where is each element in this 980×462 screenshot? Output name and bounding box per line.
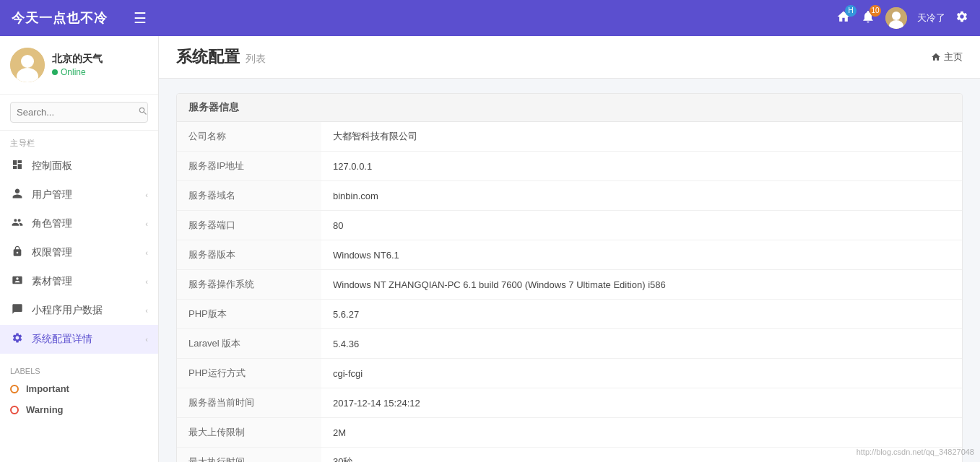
warning-dot xyxy=(10,406,19,414)
sidebar-item-perm-mgmt[interactable]: 权限管理 ‹ xyxy=(0,238,158,267)
role-mgmt-arrow-icon: ‹ xyxy=(145,219,148,228)
mini-data-arrow-icon: ‹ xyxy=(145,306,148,315)
important-dot xyxy=(10,385,19,393)
user-mgmt-label: 用户管理 xyxy=(32,188,145,201)
row-value: 80 xyxy=(321,211,962,240)
avatar xyxy=(10,48,45,82)
page-subtitle: 列表 xyxy=(246,53,266,66)
table-row: 服务器版本 Windows NT6.1 xyxy=(177,240,962,270)
row-label: 公司名称 xyxy=(177,122,321,152)
info-table: 公司名称 大都智科技有限公司 服务器IP地址 127.0.0.1 服务器域名 b… xyxy=(177,122,962,462)
mini-data-icon xyxy=(10,303,25,318)
sidebar-item-material-mgmt[interactable]: 素材管理 ‹ xyxy=(0,267,158,296)
settings-nav-button[interactable] xyxy=(955,10,968,27)
search-icon xyxy=(138,106,148,118)
brand-title: 今天一点也不冷 xyxy=(12,9,108,27)
dashboard-icon xyxy=(10,159,25,173)
home-nav-button[interactable]: H xyxy=(836,9,851,27)
labels-section-label: LABELS xyxy=(0,361,158,378)
role-mgmt-icon xyxy=(10,217,25,231)
navbar-left: 今天一点也不冷 ☰ xyxy=(12,9,147,27)
important-label: Important xyxy=(26,383,69,394)
mini-data-label: 小程序用户数据 xyxy=(32,304,145,317)
material-mgmt-icon xyxy=(10,274,25,289)
svg-point-1 xyxy=(892,12,901,20)
sys-config-icon xyxy=(10,332,25,346)
row-label: 服务器IP地址 xyxy=(177,152,321,181)
labels-section: LABELS Important Warning xyxy=(0,354,158,427)
row-label: 服务器操作系统 xyxy=(177,270,321,300)
search-box xyxy=(10,102,148,123)
status-dot xyxy=(52,69,58,75)
profile-status: Online xyxy=(52,67,103,77)
row-label: Laravel 版本 xyxy=(177,329,321,359)
table-row: 最大上传限制 2M xyxy=(177,418,962,448)
row-label: 服务器域名 xyxy=(177,181,321,211)
row-value: 5.4.36 xyxy=(321,329,962,359)
sys-config-arrow-icon: ‹ xyxy=(145,335,148,344)
user-mgmt-icon xyxy=(10,188,25,202)
table-row: Laravel 版本 5.4.36 xyxy=(177,329,962,359)
material-mgmt-label: 素材管理 xyxy=(32,275,145,288)
label-item-important[interactable]: Important xyxy=(0,378,158,399)
breadcrumb-home-link[interactable]: 主页 xyxy=(931,51,963,64)
sidebar-item-user-mgmt[interactable]: 用户管理 ‹ xyxy=(0,180,158,209)
perm-mgmt-label: 权限管理 xyxy=(32,246,145,259)
svg-point-4 xyxy=(21,55,34,68)
sidebar: 北京的天气 Online 主导栏 控制面板 用户管理 ‹ xyxy=(0,36,159,462)
sidebar-item-role-mgmt[interactable]: 角色管理 ‹ xyxy=(0,209,158,238)
profile-name: 北京的天气 xyxy=(52,53,103,66)
row-value: cgi-fcgi xyxy=(321,359,962,388)
row-label: PHP运行方式 xyxy=(177,359,321,388)
page-title: 系统配置 xyxy=(176,46,240,68)
navbar-right: H 10 天冷了 xyxy=(836,7,968,29)
sidebar-search-area xyxy=(0,95,158,131)
nav-items-list: 控制面板 用户管理 ‹ 角色管理 ‹ 权限管理 ‹ 素材管理 ‹ 小程序用户数据… xyxy=(0,152,158,354)
label-item-warning[interactable]: Warning xyxy=(0,399,158,420)
hamburger-menu[interactable]: ☰ xyxy=(134,9,147,27)
row-value: 大都智科技有限公司 xyxy=(321,122,962,152)
search-input[interactable] xyxy=(17,107,138,118)
user-name-label[interactable]: 天冷了 xyxy=(917,12,945,25)
row-value: 5.6.27 xyxy=(321,300,962,329)
sidebar-item-sys-config[interactable]: 系统配置详情 ‹ xyxy=(0,325,158,354)
table-row: 服务器操作系统 Windows NT ZHANGQIAN-PC 6.1 buil… xyxy=(177,270,962,300)
row-label: 服务器端口 xyxy=(177,211,321,240)
home-badge: H xyxy=(845,5,857,17)
table-row: PHP版本 5.6.27 xyxy=(177,300,962,329)
row-value: 127.0.0.1 xyxy=(321,152,962,181)
notification-badge: 10 xyxy=(870,5,881,17)
table-row: 服务器端口 80 xyxy=(177,211,962,240)
content-header: 系统配置 列表 主页 xyxy=(159,36,980,79)
sidebar-profile: 北京的天气 Online xyxy=(0,36,158,95)
perm-mgmt-arrow-icon: ‹ xyxy=(145,248,148,257)
perm-mgmt-icon xyxy=(10,245,25,260)
nav-section-label: 主导栏 xyxy=(0,131,158,152)
table-row: PHP运行方式 cgi-fcgi xyxy=(177,359,962,388)
navbar: 今天一点也不冷 ☰ H 10 天冷了 xyxy=(0,0,980,36)
table-row: 服务器IP地址 127.0.0.1 xyxy=(177,152,962,181)
main-content: 系统配置 列表 主页 服务器信息 公司名称 大都智科技有限公司 服务器IP地址 … xyxy=(159,36,980,462)
user-mgmt-arrow-icon: ‹ xyxy=(145,191,148,199)
sidebar-item-mini-data[interactable]: 小程序用户数据 ‹ xyxy=(0,296,158,325)
row-label: 最大执行时间 xyxy=(177,448,321,463)
breadcrumb-home-label: 主页 xyxy=(944,51,963,64)
row-label: 服务器当前时间 xyxy=(177,388,321,418)
row-value: Windows NT6.1 xyxy=(321,240,962,270)
row-label: 最大上传限制 xyxy=(177,418,321,448)
sidebar-item-dashboard[interactable]: 控制面板 xyxy=(0,152,158,180)
notification-button[interactable]: 10 xyxy=(861,9,875,27)
table-row: 最大执行时间 30秒 xyxy=(177,448,962,463)
material-mgmt-arrow-icon: ‹ xyxy=(145,277,148,286)
row-value: 2M xyxy=(321,418,962,448)
section-header: 服务器信息 xyxy=(177,94,962,122)
table-row: 服务器当前时间 2017-12-14 15:24:12 xyxy=(177,388,962,418)
profile-info: 北京的天气 Online xyxy=(52,53,103,77)
user-avatar[interactable] xyxy=(885,7,907,29)
row-value: 30秒 xyxy=(321,448,962,463)
row-value: binbin.com xyxy=(321,181,962,211)
row-label: PHP版本 xyxy=(177,300,321,329)
content-body: 服务器信息 公司名称 大都智科技有限公司 服务器IP地址 127.0.0.1 服… xyxy=(159,79,980,462)
row-label: 服务器版本 xyxy=(177,240,321,270)
label-items-list: Important Warning xyxy=(0,378,158,420)
